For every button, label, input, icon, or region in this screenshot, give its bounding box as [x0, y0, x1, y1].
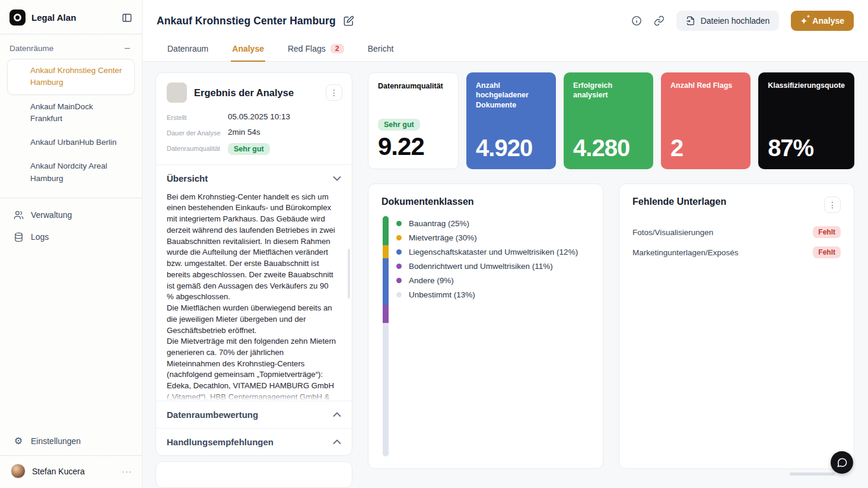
kebab-menu-icon[interactable]: ⋮: [326, 84, 342, 101]
legend-dot: [396, 292, 402, 297]
tab-bar: Datenraum Analyse Red Flags 2 Bericht: [142, 38, 868, 62]
main-area: Ankauf Krohnstieg Center Hamburg Dateien…: [142, 0, 868, 488]
tab-analyse[interactable]: Analyse: [231, 38, 265, 61]
stat-label: Datenraumqualität: [378, 81, 449, 91]
bar-segment: [383, 245, 389, 258]
legend-dot: [396, 264, 402, 269]
app-name: Legal Alan: [31, 12, 116, 23]
analyse-label: Analyse: [812, 16, 844, 26]
chat-button[interactable]: [831, 451, 853, 474]
legend-dot: [396, 278, 402, 283]
horizontal-scrollbar-thumb[interactable]: [790, 473, 835, 476]
stat-card-uploaded-docs: Anzahl hochgeladener Dokumente 4.920: [466, 72, 556, 169]
chevron-down-icon: [333, 176, 341, 181]
meta-label: Datenraumqualität: [167, 143, 228, 153]
chat-bubble-icon: [837, 457, 848, 468]
gear-icon: ⚙: [13, 436, 24, 446]
legend-item: Mietverträge (30%): [396, 230, 578, 245]
app-logo: [9, 9, 26, 26]
stat-value: 9.22: [378, 134, 449, 159]
chevron-up-icon: [333, 412, 341, 417]
missing-doc-row: Fotos/Visualisierungen Fehlt: [632, 226, 841, 238]
stat-value: 4.920: [476, 136, 546, 160]
missing-docs-title: Fehlende Unterlagen: [632, 197, 726, 207]
overview-scroll-area[interactable]: Bei dem Krohnstieg-Center handelt es sic…: [156, 192, 352, 401]
stat-value: 4.280: [573, 136, 644, 160]
missing-doc-label: Marketingunterlagen/Exposés: [632, 248, 739, 257]
sidebar: Legal Alan Datenräume Ankauf Krohnstieg …: [0, 0, 142, 488]
analyse-button[interactable]: ✦✦ Analyse: [791, 11, 854, 31]
tab-datenraum[interactable]: Datenraum: [166, 38, 209, 61]
sidebar-item-einstellungen[interactable]: ⚙ Einstellungen: [0, 430, 142, 452]
dataroom-section-label: Datenräume: [9, 44, 53, 53]
app-window: Legal Alan Datenräume Ankauf Krohnstieg …: [0, 0, 868, 488]
section-title: Datenraumbewertung: [167, 410, 258, 420]
sidebar-item-dataroom-2[interactable]: Ankauf UrbanHub Berlin: [7, 131, 135, 154]
bar-segment: [383, 323, 389, 457]
fehlt-badge: Fehlt: [813, 246, 841, 258]
tab-red-flags[interactable]: Red Flags 2: [287, 38, 345, 61]
meta-label: Erstellt: [167, 112, 228, 122]
user-name: Stefan Kucera: [32, 467, 115, 476]
sidebar-item-label: Logs: [31, 232, 49, 242]
stats-row: Datenraumqualität Sehr gut 9.22 Anzahl h…: [368, 72, 854, 169]
section-handlungsempfehlungen[interactable]: Handlungsempfehlungen: [156, 428, 352, 455]
sidebar-item-verwaltung[interactable]: Verwaltung: [0, 204, 142, 226]
analysis-result-card: Ergebnis der Analyse ⋮ Erstellt 05.05.20…: [155, 72, 352, 456]
sidebar-item-dataroom-0[interactable]: Ankauf Krohnstieg Center Hamburg: [7, 59, 135, 95]
stat-label: Anzahl Red Flags: [670, 81, 741, 90]
section-title: Handlungsempfehlungen: [167, 437, 274, 447]
document-classes-card: Dokumentenklassen Bauantrag (25%): [368, 183, 603, 469]
stat-card-classification-rate: Klassifizierungsquote 87%: [758, 72, 854, 169]
stat-card-datenraumqualitaet: Datenraumqualität Sehr gut 9.22: [368, 72, 459, 169]
bar-segment: [383, 216, 389, 245]
sidebar-item-dataroom-3[interactable]: Ankauf Nordcity Areal Hamburg: [7, 154, 135, 191]
kebab-menu-icon[interactable]: ⋮: [824, 197, 841, 213]
database-icon: [13, 232, 24, 242]
legend-dot: [396, 221, 402, 226]
next-result-card-partial: [155, 461, 352, 488]
user-row[interactable]: Stefan Kucera ···: [0, 456, 142, 488]
sidebar-item-dataroom-1[interactable]: Ankauf MainDock Frankfurt: [7, 95, 135, 131]
bar-segment: [383, 258, 389, 305]
stat-label: Klassifizierungsquote: [768, 81, 845, 90]
page-title: Ankauf Krohnstieg Center Hamburg: [157, 15, 336, 27]
legend-item: Bodenrichtwert und Umweltrisiken (11%): [396, 259, 578, 273]
overview-text: Bei dem Krohnstieg-Center handelt es sic…: [167, 192, 341, 401]
dataroom-list: Ankauf Krohnstieg Center Hamburg Ankauf …: [0, 59, 142, 191]
stat-card-red-flags: Anzahl Red Flags 2: [661, 72, 751, 169]
chevron-up-icon: [333, 439, 341, 445]
edit-title-icon[interactable]: [343, 15, 354, 27]
sidebar-item-logs[interactable]: Logs: [0, 226, 142, 248]
avatar: [11, 464, 26, 479]
stat-value: 2: [670, 136, 741, 160]
missing-doc-row: Marketingunterlagen/Exposés Fehlt: [632, 246, 841, 258]
section-title: Übersicht: [167, 173, 208, 183]
sidebar-collapse-icon[interactable]: [122, 12, 132, 23]
analysis-card-title: Ergebnis der Analyse: [194, 87, 319, 99]
collapse-section-icon[interactable]: [123, 45, 131, 52]
upload-files-button[interactable]: Dateien hochladen: [676, 11, 780, 31]
user-menu-icon[interactable]: ···: [122, 466, 132, 476]
stat-quality-badge: Sehr gut: [378, 119, 420, 131]
bar-segment: [383, 305, 389, 323]
info-icon[interactable]: [631, 15, 642, 26]
meta-value-created: 05.05.2025 10:13: [228, 112, 290, 121]
legend-item: Liegenschaftskataster und Umweltrisiken …: [396, 245, 578, 259]
sidebar-item-label: Verwaltung: [31, 210, 72, 220]
tab-bericht[interactable]: Bericht: [367, 38, 395, 61]
stacked-bar: [383, 216, 389, 457]
link-icon[interactable]: [654, 15, 664, 26]
logo-ring-icon: [14, 14, 21, 21]
file-upload-icon: [686, 16, 695, 26]
topbar: Ankauf Krohnstieg Center Hamburg Dateien…: [142, 0, 868, 38]
legend-item: Andere (9%): [396, 273, 578, 287]
legend-item: Unbestimmt (13%): [396, 287, 578, 302]
missing-doc-label: Fotos/Visualisierungen: [632, 228, 713, 237]
sparkles-icon: ✦✦: [800, 17, 807, 25]
section-datenraumbewertung[interactable]: Datenraumbewertung: [156, 401, 352, 428]
section-uebersicht[interactable]: Übersicht: [156, 164, 352, 192]
scrollbar-thumb[interactable]: [348, 249, 350, 299]
analysis-thumbnail: [167, 83, 187, 103]
text-fade: [157, 391, 351, 401]
